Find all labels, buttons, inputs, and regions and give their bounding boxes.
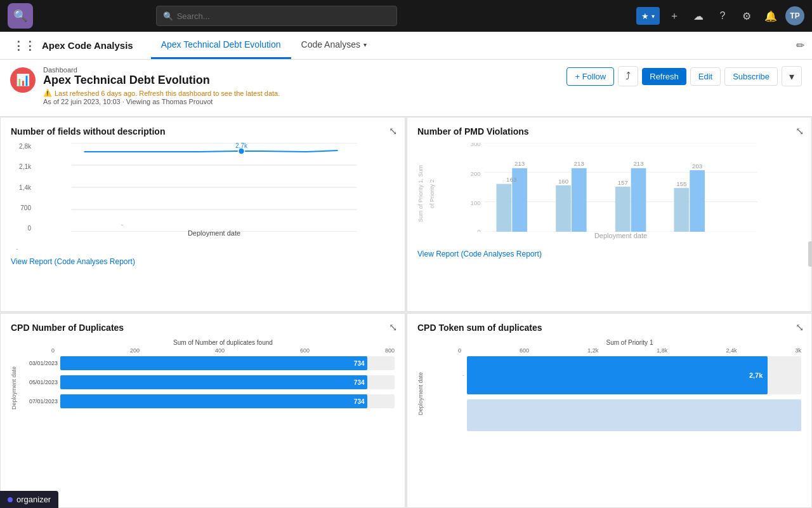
cpd-y-axis-label: Deployment date [11,366,17,410]
share-button[interactable]: ⤴ [618,66,638,86]
chart-title-1: Number of fields without description [11,126,395,137]
search-bar[interactable]: 🔍 [156,6,397,26]
cpd-x-600: 600 [300,347,310,354]
bell-icon: 🔔 [764,10,777,22]
charts-grid: ⤡ Number of fields without description 2… [0,117,812,508]
cpd-val-1: 734 [354,360,365,367]
add-button[interactable]: ＋ [665,6,684,25]
svg-text:155: 155 [676,180,686,187]
warning-icon: ⚠️ [43,89,52,97]
svg-rect-21 [572,168,587,232]
subscribe-button[interactable]: Subscribe [724,67,778,86]
token-chart-area: Deployment date - 2,7k [417,356,801,431]
app-bar: ⋮⋮ Apex Code Analysis Apex Technical Deb… [0,32,812,60]
nav-tabs: Apex Technical Debt Evolution Code Analy… [151,32,377,59]
fields-chart-svg: 2,7k - [34,143,395,232]
dashboard-warning: ⚠️ Last refreshed 6 days ago. Refresh th… [43,89,280,97]
token-x-18k: 1,8k [657,347,667,354]
help-button[interactable]: ? [713,6,732,25]
tab-code-analyses[interactable]: Code Analyses ▾ [291,32,377,59]
favorites-button[interactable]: ★ ▾ [636,7,660,25]
notifications-button[interactable]: 🔔 [761,6,780,25]
svg-rect-29 [690,170,705,232]
plus-icon: ＋ [669,10,679,23]
token-x-header: Sum of Priority 1 [458,339,801,346]
gear-icon: ⚙ [742,10,751,22]
svg-text:213: 213 [514,160,525,167]
token-date-dash: - [429,372,464,378]
expand-icon-1[interactable]: ⤡ [389,125,397,137]
y-label-1-5: 0 [11,225,31,232]
refresh-button[interactable]: Refresh [642,68,686,85]
x-axis-label-1: Deployment date [34,229,395,237]
app-icon[interactable]: 🔍 [8,3,33,29]
tab-apex-technical-debt[interactable]: Apex Technical Debt Evolution [151,32,291,59]
pmd-x-label: Deployment date [440,232,801,239]
svg-text:300: 300 [471,143,481,147]
search-icon: 🔍 [13,9,27,23]
chart-pmd-violations: ⤡ Number of PMD Violations Sum of Priori… [407,117,812,312]
svg-text:0: 0 [477,228,481,232]
settings-button[interactable]: ⚙ [737,6,756,25]
cpd-x-200: 200 [130,347,140,354]
app-bar-title-area: ⋮⋮ Apex Code Analysis [8,32,138,59]
cpd-bar-3: 734 [60,394,367,408]
cpd-x-800: 800 [385,347,395,354]
chevron-down-icon: ▾ [789,70,794,83]
svg-text:200: 200 [471,170,481,177]
top-nav: 🔍 🔍 ★ ▾ ＋ ☁ ? ⚙ 🔔 TP [0,0,812,32]
chart-title-3: CPD Number of Duplicates [11,323,395,333]
y-label-1-4: 700 [11,204,31,211]
cpd-chart-area: Deployment date 03/01/2023 734 05/01/202… [11,356,395,413]
chart-cpd-duplicates: ⤡ CPD Number of Duplicates Sum of Number… [0,313,405,508]
expand-icon-2[interactable]: ⤡ [796,125,804,137]
svg-text:160: 160 [558,178,569,185]
expand-icon-4[interactable]: ⤡ [796,321,804,333]
view-report-2[interactable]: View Report (Code Analyses Report) [417,250,801,258]
dashboard-symbol: 📊 [16,73,30,87]
scroll-indicator [808,241,812,267]
dashboard-title: Apex Technical Debt Evolution [43,74,280,87]
svg-rect-25 [631,168,646,232]
token-x-24k: 2,4k [726,347,737,354]
cpd-bar-2: 734 [60,375,367,389]
warning-text: Last refreshed 6 days ago. Refresh this … [55,90,280,97]
dashboard-icon: 📊 [10,67,36,93]
token-area-chart [467,399,801,431]
token-y-axis-label: Deployment date [417,372,424,415]
dashboard-meta: As of 22 juin 2023, 10:03 · Viewing as T… [43,98,280,105]
follow-button[interactable]: + Follow [566,67,614,86]
star-icon: ★ [641,11,649,21]
grid-icon[interactable]: ⋮⋮ [13,39,36,53]
edit-icon[interactable]: ✏ [796,39,804,51]
svg-rect-24 [615,187,631,232]
view-report-1[interactable]: View Report (Code Analyses Report) [11,257,395,266]
chart-fields-without-desc: ⤡ Number of fields without description 2… [0,117,405,312]
organizer-label[interactable]: organizer [16,495,51,504]
pmd-y-axis-label-1: Sum of Priority 1, Sum [417,165,424,222]
search-icon-nav: 🔍 [163,11,173,21]
more-button[interactable]: ▾ [782,66,802,86]
svg-rect-16 [497,184,512,232]
svg-text:157: 157 [618,179,628,186]
svg-text:-: - [121,221,123,228]
expand-icon-3[interactable]: ⤡ [389,321,397,333]
cloud-button[interactable]: ☁ [689,6,708,25]
avatar[interactable]: TP [785,6,804,25]
cpd-x-0: 0 [51,347,55,354]
edit-button[interactable]: Edit [690,67,721,86]
svg-text:2,7k: 2,7k [235,143,248,149]
pmd-chart-svg: 300 200 100 0 163 213 160 213 [440,143,801,232]
cpd-date-2: 05/01/2023 [22,379,58,385]
cpd-bar-1: 734 [60,356,367,370]
dash-title-area: Dashboard Apex Technical Debt Evolution … [43,66,280,105]
y-label-1-2: 2,1k [11,163,31,170]
chart-title-2: Number of PMD Violations [417,126,801,137]
app-bar-right: ✏ [796,32,804,59]
dashboard-header: 📊 Dashboard Apex Technical Debt Evolutio… [0,60,812,117]
app-title: Apex Code Analysis [42,40,133,51]
svg-text:203: 203 [692,163,702,170]
search-input[interactable] [177,11,390,21]
token-x-3k: 3k [795,347,801,354]
dashboard-label: Dashboard [43,66,280,74]
